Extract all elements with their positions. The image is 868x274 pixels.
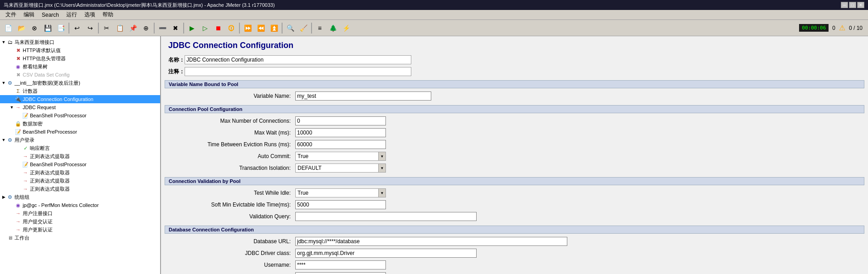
comment-input[interactable] [185,67,411,76]
tree-view[interactable]: 🌲 [327,22,339,34]
eviction-label: Time Between Eviction Runs (ms): [166,139,293,150]
auto-commit-dropdown[interactable]: True ▼ [295,152,386,161]
name-input[interactable] [185,55,411,64]
tree-item-user-reg[interactable]: → 用户注册接口 [0,209,160,217]
start-button[interactable]: ▶ [185,22,198,34]
tree-item-perfmon[interactable]: ◉ jp@gc - PerfMon Metrics Collector [0,201,160,209]
close-button[interactable]: ✕ [857,2,864,8]
jdbc-driver-label: JDBC Driver class: [166,248,293,259]
toggle-jdbc[interactable]: ▼ [9,105,15,110]
tree-item-login[interactable]: ▼ ⚙ 用户登录 [0,136,160,144]
stop-button[interactable]: ⏹ [212,22,224,34]
tree-item-inti[interactable]: ▼ ⚙ __inti__加密数据(更改后注册) [0,79,160,87]
new-button[interactable]: 📄 [2,22,15,34]
tree-item-jdbc-config[interactable]: 🔌 JDBC Connection Configuration [0,95,160,103]
clear-results[interactable]: 🧹 [297,22,310,34]
test-idle-dropdown[interactable]: True ▼ [295,188,386,197]
copy-button[interactable]: 📋 [113,22,126,34]
dropdown-arrow-icon[interactable]: ▼ [378,152,385,160]
transaction-row: Transaction Isolation: DEFAULT ▼ [166,163,863,173]
clear-button[interactable]: ✖ [169,22,182,34]
tree-item-regex4[interactable]: → 正则表达式提取器 [0,185,160,193]
tree-item-user-auth[interactable]: → 用户提交认证 [0,217,160,226]
tree-item-http-default[interactable]: ✖ HTTP请求默认值 [0,46,160,54]
dropdown-arrow2-icon[interactable]: ▼ [378,164,385,172]
variable-name-input[interactable] [295,91,431,101]
tree-item-group[interactable]: ▶ ⚙ 统组组 [0,193,160,201]
tree-label: BeanShell PostProcessor [30,113,87,118]
password-input[interactable] [295,272,386,274]
toggle-login[interactable]: ▼ [1,138,6,142]
group-icon: ⚙ [6,193,14,201]
remove-button[interactable]: ➖ [156,22,169,34]
tree-item-regex1[interactable]: → 正则表达式提取器 [0,152,160,160]
soft-min-row: Soft Min Evictable Idle Time(ms): [166,199,863,210]
tree-item-regex2[interactable]: → 正则表达式提取器 [0,168,160,177]
menu-edit[interactable]: 编辑 [20,10,38,19]
tree-label: 计数器 [23,88,38,95]
save-button[interactable]: 💾 [41,22,54,34]
remote-stop[interactable]: ⏪ [254,22,267,34]
func-helper[interactable]: ⚡ [340,22,352,34]
max-wait-input[interactable] [295,128,386,137]
paste-button[interactable]: 📌 [127,22,139,34]
tree-label: 响应断言 [30,145,50,152]
redo-button[interactable]: ↪ [84,22,97,34]
max-wait-row: Max Wait (ms): [166,127,863,138]
toggle-group[interactable]: ▶ [1,195,6,199]
validation-query-input[interactable] [295,212,477,221]
search-btn[interactable]: 🔍 [284,22,297,34]
eviction-input[interactable] [295,140,386,149]
toggle-icon[interactable]: ▼ [1,40,6,44]
tree-item-bean-post2[interactable]: 📝 BeanShell PostProcessor [0,160,160,168]
toggle-icon2[interactable]: ▼ [1,81,6,85]
jdbc-driver-input[interactable] [295,249,477,258]
shutdown-button[interactable]: ⏼ [225,22,238,34]
tree-item-bean-post[interactable]: 📝 BeanShell PostProcessor [0,111,160,120]
cut-button[interactable]: ✂ [100,22,113,34]
minimize-button[interactable]: ─ [841,2,848,8]
db-url-input[interactable] [295,237,567,246]
tree-item-counter[interactable]: Σ 计数器 [0,87,160,95]
tree-item-encrypt[interactable]: 🔒 数据加密 [0,120,160,128]
tree-item-regex3[interactable]: → 正则表达式提取器 [0,177,160,185]
tree-item-assertion[interactable]: ✓ 响应断言 [0,144,160,152]
tree-label: HTTP信息头管理器 [23,55,66,62]
sep3 [154,23,155,34]
sep1 [68,23,69,34]
menu-run[interactable]: 运行 [63,10,81,19]
expand-button[interactable]: ⊕ [140,22,152,34]
open-button[interactable]: 📂 [15,22,28,34]
tree-item-result-tree[interactable]: ◉ 察看结果树 [0,62,160,71]
close-button2[interactable]: ⊗ [28,22,41,34]
list-view[interactable]: ≡ [313,22,326,34]
maximize-button[interactable]: □ [849,2,856,8]
transaction-dropdown[interactable]: DEFAULT ▼ [295,163,386,173]
window-controls[interactable]: ─ □ ✕ [841,2,864,8]
username-input[interactable] [295,260,386,269]
soft-min-input[interactable] [295,200,386,209]
tree-label: CSV Data Set Config [23,72,69,77]
menu-options[interactable]: 选项 [81,10,99,19]
tree-item-http-header[interactable]: ✖ HTTP信息头管理器 [0,54,160,62]
tree-item-bean-pre[interactable]: 📝 BeanShell PreProcessor [0,128,160,136]
toolbar: 📄 📂 ⊗ 💾 📑 ↩ ↪ ✂ 📋 📌 ⊕ ➖ ✖ ▶ ▷ ⏹ ⏼ ⏩ ⏪ ⏫ … [0,20,868,36]
warning-icon: ⚠ [839,24,845,32]
max-connections-input[interactable] [295,116,386,125]
tree-item-csv[interactable]: ✖ CSV Data Set Config [0,71,160,79]
tree-item-user-update[interactable]: → 用户更新认证 [0,226,160,234]
menu-search[interactable]: Search [38,11,63,19]
start-no-pause[interactable]: ▷ [199,22,211,34]
config-icon: ✖ [15,47,22,54]
remote-start[interactable]: ⏩ [241,22,254,34]
transaction-label: Transaction Isolation: [166,163,293,173]
menu-help[interactable]: 帮助 [99,10,117,19]
tree-item-jdbc-request[interactable]: ▼ → JDBC Request [0,103,160,111]
remote-stop-all[interactable]: ⏫ [268,22,280,34]
tree-item-malaysia[interactable]: ▼ 🗂 马来西亚新增接口 [0,38,160,46]
save-as-button[interactable]: 📑 [54,22,67,34]
menu-file[interactable]: 文件 [2,10,20,19]
undo-button[interactable]: ↩ [71,22,83,34]
dropdown-arrow3-icon[interactable]: ▼ [378,189,385,197]
tree-item-workbench[interactable]: 🖥 工作台 [0,234,160,242]
